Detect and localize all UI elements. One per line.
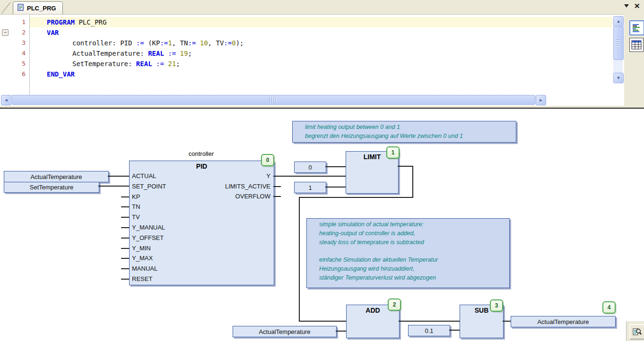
code-line[interactable]: END_VAR <box>30 69 629 79</box>
code-token: := <box>224 39 232 47</box>
pin-stub <box>121 248 129 249</box>
pid-output-pin: OVERFLOW <box>161 193 270 200</box>
code-token: PROGRAM <box>47 18 75 26</box>
code-line[interactable]: SetTemperature: REAL := 21; <box>30 59 644 69</box>
horizontal-scroll-thumb[interactable] <box>11 95 535 105</box>
connection-wire <box>412 166 413 198</box>
pin-stub <box>273 196 281 197</box>
line-number: 2 <box>7 27 26 38</box>
code-token: END_VAR <box>47 70 75 78</box>
code-token: 21 <box>168 60 176 68</box>
close-icon[interactable]: ✕ <box>634 2 640 10</box>
tab-divider <box>1 2 10 14</box>
code-token: := <box>168 50 176 57</box>
code-token: REAL <box>148 50 164 57</box>
connection-wire <box>273 176 346 177</box>
tab-bar: PLC_PRG ✕ <box>0 0 644 14</box>
code-line[interactable]: VAR <box>30 27 629 38</box>
chevron-down-icon: ▼ <box>617 76 621 80</box>
window-list-dropdown-icon[interactable] <box>624 4 629 8</box>
pid-block-label: PID <box>130 162 274 170</box>
vertical-scroll-thumb[interactable] <box>613 26 624 60</box>
scroll-left-button[interactable]: ◄ <box>1 95 11 105</box>
comment-limit[interactable]: limit heating output between 0 and 1 beg… <box>292 121 516 143</box>
code-token: PLC_PRG <box>75 18 106 26</box>
execution-order-badge: 3 <box>490 299 503 312</box>
thumb-grip <box>616 40 620 46</box>
code-token: controller: PID <box>72 39 136 47</box>
code-token <box>152 60 156 68</box>
pid-input-pin: Y_MANUAL <box>132 224 165 231</box>
thumb-grip <box>270 97 277 102</box>
input-box-actual-temperature[interactable]: ActualTemperature <box>4 171 109 182</box>
connection-wire <box>108 176 129 177</box>
magnifier-document-icon <box>632 327 642 337</box>
pin-stub <box>121 258 129 259</box>
code-line[interactable]: PROGRAM PLC_PRG <box>30 17 629 27</box>
pid-instance-name: controller <box>129 150 273 157</box>
code-token: 10 <box>200 39 208 47</box>
code-token: := <box>188 39 196 47</box>
pid-input-pin: RESET <box>132 275 152 283</box>
input-box-set-temperature[interactable]: SetTemperature <box>4 182 99 193</box>
pin-stub <box>121 279 129 280</box>
code-token: 1 <box>168 39 172 47</box>
pid-input-pin: KP <box>132 193 140 201</box>
collapse-toggle[interactable]: − <box>2 29 9 36</box>
scroll-right-button[interactable]: ► <box>536 95 546 105</box>
chevron-left-icon: ◄ <box>4 98 9 102</box>
execution-order-badge: 2 <box>388 298 401 311</box>
connection-wire <box>399 321 460 322</box>
pid-input-pin: Y_MAX <box>132 255 153 262</box>
tab-title: PLC_PRG <box>27 5 56 12</box>
code-token: := <box>160 39 168 47</box>
line-number-gutter: 12−3456 <box>0 15 30 95</box>
comment-simulation[interactable]: simple simulation of actual temperature:… <box>306 218 510 288</box>
code-area[interactable]: PROGRAM PLC_PRGVARcontroller: PID := (KP… <box>30 15 612 95</box>
pid-input-pin: TV <box>132 213 140 221</box>
pin-stub <box>121 217 129 218</box>
pin-stub <box>121 227 129 228</box>
pou-document-icon <box>17 4 24 13</box>
declaration-editor[interactable]: 12−3456 PROGRAM PLC_PRGVARcontroller: PI… <box>0 14 624 106</box>
constant-box-0-1[interactable]: 0.1 <box>408 325 450 336</box>
input-box-actual-temperature-bottom[interactable]: ActualTemperature <box>233 326 337 337</box>
tab-plc-prg[interactable]: PLC_PRG <box>13 1 63 14</box>
output-box-actual-temperature[interactable]: ActualTemperature <box>511 316 616 327</box>
code-token <box>176 50 180 57</box>
line-number: 5 <box>7 59 26 69</box>
execution-order-badge: 4 <box>602 301 616 314</box>
scroll-down-button[interactable]: ▼ <box>613 73 624 83</box>
code-token: , TN <box>172 39 188 47</box>
code-token: SetTemperature: <box>72 60 136 68</box>
connection-wire <box>398 166 413 167</box>
chevron-right-icon: ► <box>539 98 543 102</box>
pin-stub <box>121 206 129 207</box>
connection-wire <box>299 197 300 322</box>
code-line[interactable]: ActualTemperature: REAL := 19; <box>30 48 644 59</box>
chevron-up-icon: ▲ <box>617 19 621 24</box>
code-token: ActualTemperature: <box>72 50 148 57</box>
execution-order-badge: 0 <box>261 154 274 166</box>
connection-wire <box>449 330 460 331</box>
code-token: REAL <box>136 60 152 68</box>
code-token: (KP <box>144 39 160 47</box>
code-line[interactable]: controller: PID := (KP:=1, TN:= 10, TV:=… <box>30 38 644 48</box>
textual-declaration-view-icon[interactable] <box>629 20 644 35</box>
line-number: 1 <box>7 17 26 27</box>
connection-wire <box>299 321 346 322</box>
execution-order-badge: 1 <box>386 146 400 159</box>
code-token: := <box>136 39 144 47</box>
constant-box-one[interactable]: 1 <box>294 182 326 193</box>
code-token: 19 <box>180 50 188 57</box>
code-token: ; <box>176 60 180 68</box>
connection-wire <box>325 166 346 167</box>
cfc-zoom-button[interactable] <box>629 324 644 340</box>
cfc-editor-canvas[interactable]: limit heating output between 0 and 1 beg… <box>0 109 644 341</box>
connection-wire <box>336 331 346 332</box>
connection-wire <box>503 321 511 322</box>
connection-wire <box>98 186 129 187</box>
scroll-up-button[interactable]: ▲ <box>613 16 624 26</box>
constant-box-zero[interactable]: 0 <box>294 162 326 173</box>
tabular-declaration-view-icon[interactable] <box>629 38 644 52</box>
